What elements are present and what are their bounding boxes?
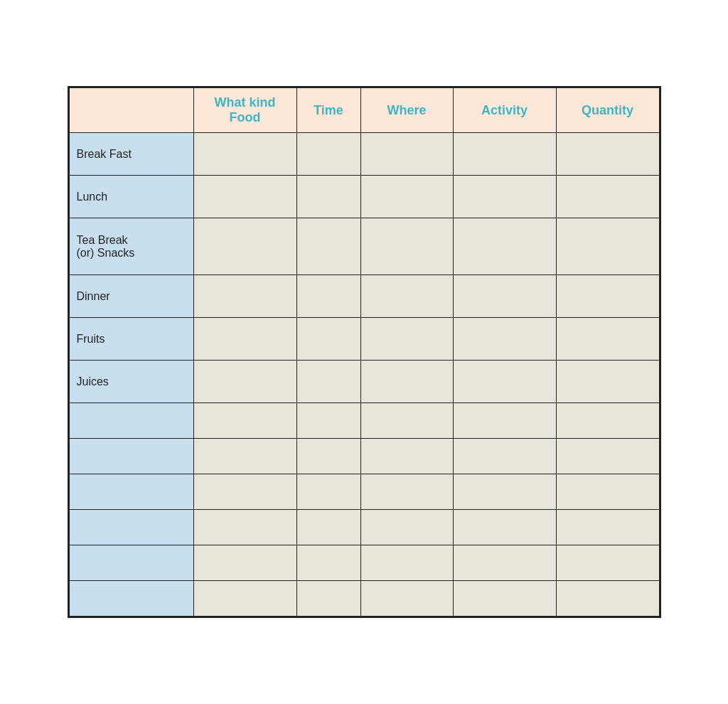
juices-quantity[interactable] bbox=[556, 361, 659, 403]
meal-label-dinner: Dinner bbox=[69, 275, 193, 318]
lunch-where[interactable] bbox=[360, 176, 453, 218]
meal-label-teabreak: Tea Break(or) Snacks bbox=[69, 218, 193, 275]
empty1-time[interactable] bbox=[296, 403, 360, 439]
dinner-quantity[interactable] bbox=[556, 275, 659, 318]
meal-label-juices: Juices bbox=[69, 361, 193, 403]
juices-where[interactable] bbox=[360, 361, 453, 403]
meal-label-fruits: Fruits bbox=[69, 318, 193, 361]
table-row bbox=[69, 545, 659, 581]
table-row: Lunch bbox=[69, 176, 659, 218]
empty5-time[interactable] bbox=[296, 545, 360, 581]
table-row: Tea Break(or) Snacks bbox=[69, 218, 659, 275]
empty-label-5[interactable] bbox=[69, 545, 193, 581]
empty6-quantity[interactable] bbox=[556, 581, 659, 617]
dinner-food[interactable] bbox=[193, 275, 296, 318]
juices-activity[interactable] bbox=[453, 361, 556, 403]
empty-label-1[interactable] bbox=[69, 403, 193, 439]
empty1-where[interactable] bbox=[360, 403, 453, 439]
empty-label-6[interactable] bbox=[69, 581, 193, 617]
teabreak-quantity[interactable] bbox=[556, 218, 659, 275]
lunch-quantity[interactable] bbox=[556, 176, 659, 218]
empty5-food[interactable] bbox=[193, 545, 296, 581]
empty5-quantity[interactable] bbox=[556, 545, 659, 581]
header-activity: Activity bbox=[453, 88, 556, 133]
fruits-food[interactable] bbox=[193, 318, 296, 361]
breakfast-quantity[interactable] bbox=[556, 133, 659, 176]
teabreak-food[interactable] bbox=[193, 218, 296, 275]
empty2-food[interactable] bbox=[193, 439, 296, 474]
lunch-food[interactable] bbox=[193, 176, 296, 218]
teabreak-time[interactable] bbox=[296, 218, 360, 275]
table-row bbox=[69, 581, 659, 617]
teabreak-where[interactable] bbox=[360, 218, 453, 275]
empty-label-3[interactable] bbox=[69, 474, 193, 510]
dinner-where[interactable] bbox=[360, 275, 453, 318]
header-time: Time bbox=[296, 88, 360, 133]
fruits-where[interactable] bbox=[360, 318, 453, 361]
fruits-time[interactable] bbox=[296, 318, 360, 361]
empty-label-2[interactable] bbox=[69, 439, 193, 474]
empty4-time[interactable] bbox=[296, 510, 360, 545]
empty5-where[interactable] bbox=[360, 545, 453, 581]
empty6-food[interactable] bbox=[193, 581, 296, 617]
dinner-time[interactable] bbox=[296, 275, 360, 318]
empty5-activity[interactable] bbox=[453, 545, 556, 581]
table-row: Dinner bbox=[69, 275, 659, 318]
header-food: What kind Food bbox=[193, 88, 296, 133]
table-row: Break Fast bbox=[69, 133, 659, 176]
fruits-quantity[interactable] bbox=[556, 318, 659, 361]
teabreak-activity[interactable] bbox=[453, 218, 556, 275]
header-empty bbox=[69, 88, 193, 133]
lunch-time[interactable] bbox=[296, 176, 360, 218]
empty2-activity[interactable] bbox=[453, 439, 556, 474]
empty1-food[interactable] bbox=[193, 403, 296, 439]
fruits-activity[interactable] bbox=[453, 318, 556, 361]
empty4-food[interactable] bbox=[193, 510, 296, 545]
empty3-where[interactable] bbox=[360, 474, 453, 510]
table-row bbox=[69, 403, 659, 439]
empty1-quantity[interactable] bbox=[556, 403, 659, 439]
breakfast-where[interactable] bbox=[360, 133, 453, 176]
empty1-activity[interactable] bbox=[453, 403, 556, 439]
meal-label-breakfast: Break Fast bbox=[69, 133, 193, 176]
empty2-where[interactable] bbox=[360, 439, 453, 474]
table-row bbox=[69, 510, 659, 545]
dinner-activity[interactable] bbox=[453, 275, 556, 318]
empty2-quantity[interactable] bbox=[556, 439, 659, 474]
empty6-where[interactable] bbox=[360, 581, 453, 617]
empty-label-4[interactable] bbox=[69, 510, 193, 545]
empty4-where[interactable] bbox=[360, 510, 453, 545]
breakfast-food[interactable] bbox=[193, 133, 296, 176]
food-log-table: What kind Food Time Where Activity Quant… bbox=[68, 86, 661, 618]
header-where: Where bbox=[360, 88, 453, 133]
breakfast-activity[interactable] bbox=[453, 133, 556, 176]
table-header-row: What kind Food Time Where Activity Quant… bbox=[69, 88, 659, 133]
empty6-activity[interactable] bbox=[453, 581, 556, 617]
empty4-activity[interactable] bbox=[453, 510, 556, 545]
meal-label-lunch: Lunch bbox=[69, 176, 193, 218]
juices-time[interactable] bbox=[296, 361, 360, 403]
table-row: Fruits bbox=[69, 318, 659, 361]
header-quantity: Quantity bbox=[556, 88, 659, 133]
lunch-activity[interactable] bbox=[453, 176, 556, 218]
table-row bbox=[69, 439, 659, 474]
empty6-time[interactable] bbox=[296, 581, 360, 617]
empty3-activity[interactable] bbox=[453, 474, 556, 510]
breakfast-time[interactable] bbox=[296, 133, 360, 176]
empty3-time[interactable] bbox=[296, 474, 360, 510]
empty3-quantity[interactable] bbox=[556, 474, 659, 510]
empty2-time[interactable] bbox=[296, 439, 360, 474]
juices-food[interactable] bbox=[193, 361, 296, 403]
table-row bbox=[69, 474, 659, 510]
table-row: Juices bbox=[69, 361, 659, 403]
empty3-food[interactable] bbox=[193, 474, 296, 510]
empty4-quantity[interactable] bbox=[556, 510, 659, 545]
